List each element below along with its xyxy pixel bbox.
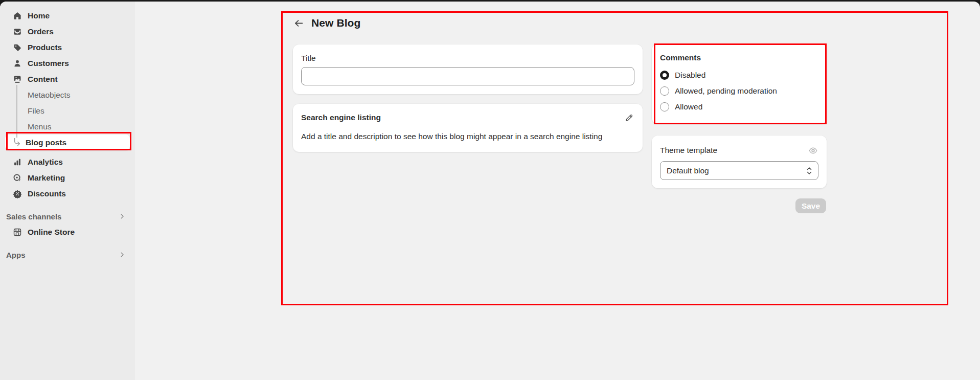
theme-template-select[interactable]: Default blog [660, 161, 818, 180]
section-label: Sales channels [6, 212, 61, 221]
sidebar: Home Orders Products Customers Content [0, 2, 135, 380]
sidebar-item-orders[interactable]: Orders [5, 24, 130, 39]
radio-unselected-icon [660, 86, 669, 96]
radio-comments-allowed[interactable]: Allowed [660, 99, 818, 115]
select-chevrons-icon [806, 166, 813, 175]
sidebar-item-menus[interactable]: Menus [5, 119, 130, 135]
comments-card: Comments Disabled Allowed, pending moder… [652, 44, 827, 124]
orders-icon [12, 27, 22, 37]
marketing-icon [12, 173, 22, 183]
theme-template-label: Theme template [660, 146, 717, 155]
section-label: Apps [6, 251, 26, 259]
pencil-icon [625, 114, 633, 122]
search-engine-listing-card: Search engine listing Add a title and de… [293, 104, 643, 152]
analytics-icon [12, 157, 22, 167]
theme-template-card: Theme template Default blog [652, 136, 827, 188]
sidebar-item-products[interactable]: Products [5, 39, 130, 55]
radio-label: Allowed [675, 102, 702, 111]
app-frame: Home Orders Products Customers Content [0, 2, 980, 380]
sidebar-item-blog-posts[interactable]: Blog posts [5, 135, 130, 150]
sidebar-item-content[interactable]: Content [5, 71, 130, 87]
sidebar-item-label: Customers [28, 59, 69, 68]
chevron-right-icon [119, 213, 126, 220]
back-button[interactable] [293, 17, 304, 29]
seo-card-description: Add a title and description to see how t… [301, 132, 634, 141]
sidebar-item-label: Metaobjects [28, 91, 71, 100]
sidebar-item-label: Online Store [28, 228, 75, 237]
sidebar-item-metaobjects[interactable]: Metaobjects [5, 87, 130, 103]
radio-selected-icon [660, 71, 669, 80]
online-store-icon [12, 227, 22, 237]
sidebar-item-label: Files [28, 106, 44, 116]
sidebar-item-customers[interactable]: Customers [5, 55, 130, 71]
edit-seo-button[interactable] [623, 112, 634, 123]
arrow-left-icon [293, 18, 304, 29]
products-icon [12, 42, 22, 53]
title-input[interactable] [301, 67, 634, 85]
radio-comments-pending-moderation[interactable]: Allowed, pending moderation [660, 83, 818, 99]
radio-unselected-icon [660, 102, 669, 111]
sidebar-item-discounts[interactable]: Discounts [5, 186, 130, 202]
sidebar-section-apps[interactable]: Apps [0, 247, 135, 262]
customers-icon [12, 58, 22, 69]
sidebar-item-label: Content [28, 75, 58, 84]
seo-card-title: Search engine listing [301, 113, 381, 122]
save-button[interactable]: Save [795, 198, 826, 213]
home-icon [12, 11, 22, 21]
eye-icon [808, 146, 818, 155]
comments-card-title: Comments [660, 53, 818, 62]
title-card: Title [293, 44, 643, 94]
chevron-right-icon [119, 251, 126, 258]
title-label: Title [301, 54, 316, 62]
sidebar-item-marketing[interactable]: Marketing [5, 170, 130, 186]
sidebar-item-label: Products [28, 43, 62, 52]
page-title: New Blog [311, 17, 360, 29]
sidebar-item-label: Menus [28, 122, 52, 131]
radio-label: Disabled [675, 71, 705, 80]
sidebar-item-files[interactable]: Files [5, 103, 130, 119]
sidebar-item-online-store[interactable]: Online Store [5, 224, 130, 240]
elbow-arrow-icon [12, 138, 21, 147]
sidebar-item-label: Orders [28, 27, 54, 36]
preview-theme-button[interactable] [807, 145, 818, 156]
sidebar-item-home[interactable]: Home [5, 8, 130, 24]
select-value: Default blog [667, 166, 709, 175]
content-tree-line [16, 85, 17, 138]
page-header: New Blog [293, 17, 360, 29]
sidebar-item-analytics[interactable]: Analytics [5, 154, 130, 170]
sidebar-item-label: Blog posts [26, 138, 66, 147]
sidebar-item-label: Marketing [28, 173, 65, 183]
discounts-icon [12, 189, 22, 199]
content-icon [12, 74, 22, 84]
sidebar-section-sales-channels[interactable]: Sales channels [0, 209, 135, 224]
sidebar-item-label: Analytics [28, 158, 63, 167]
radio-label: Allowed, pending moderation [675, 86, 777, 96]
sidebar-item-label: Home [28, 11, 50, 20]
sidebar-item-label: Discounts [28, 189, 66, 198]
radio-comments-disabled[interactable]: Disabled [660, 67, 818, 83]
